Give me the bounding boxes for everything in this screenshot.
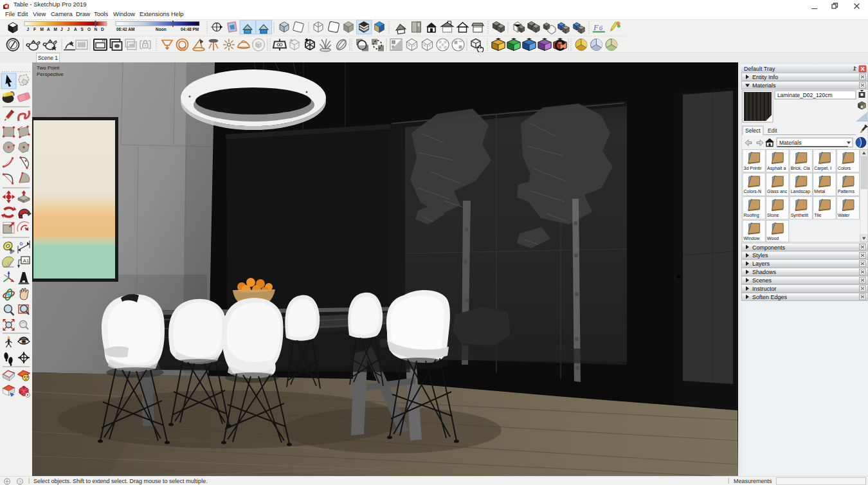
svg-text:Brick, Cla: Brick, Cla — [791, 166, 810, 170]
svg-text:Edit: Edit — [768, 127, 777, 134]
svg-text:04:48 PM: 04:48 PM — [181, 27, 199, 32]
svg-text:Tile: Tile — [814, 213, 821, 217]
svg-text:3d Printir: 3d Printir — [744, 166, 763, 170]
svg-text:Scenes: Scenes — [752, 277, 772, 284]
svg-text:Styles: Styles — [752, 252, 768, 259]
svg-text:Entity Info: Entity Info — [752, 74, 778, 80]
svg-text:Soften Edges: Soften Edges — [752, 294, 788, 300]
svg-text:Window: Window — [744, 236, 761, 241]
svg-text:Synthetit: Synthetit — [791, 213, 808, 218]
svg-text:06:42 AM: 06:42 AM — [116, 27, 134, 32]
svg-text:J: J — [60, 27, 63, 32]
svg-text:Water: Water — [838, 213, 850, 217]
svg-text:6: 6 — [599, 24, 602, 32]
svg-text:Laminate_D02_120cm: Laminate_D02_120cm — [777, 92, 833, 98]
svg-text:A: A — [47, 27, 50, 32]
svg-text:Stone: Stone — [767, 213, 779, 217]
svg-text:Landscap: Landscap — [791, 189, 810, 194]
svg-text:Layers: Layers — [752, 261, 770, 267]
svg-text:A1: A1 — [23, 258, 30, 264]
svg-text:Colors: Colors — [838, 166, 851, 170]
svg-text:F: F — [593, 23, 599, 32]
svg-text:Colors-N: Colors-N — [744, 189, 762, 194]
svg-text:Shadows: Shadows — [752, 269, 777, 275]
svg-text:Default Tray: Default Tray — [744, 66, 775, 72]
svg-text:F: F — [33, 27, 36, 32]
svg-text:Noon: Noon — [156, 27, 167, 32]
svg-text:Metal: Metal — [814, 189, 826, 194]
svg-text:J: J — [27, 27, 30, 32]
svg-text:A: A — [74, 27, 77, 32]
svg-text:M: M — [41, 27, 44, 32]
svg-text:S: S — [81, 27, 84, 32]
svg-text:N: N — [95, 27, 98, 32]
svg-text:Wood: Wood — [767, 236, 779, 241]
svg-text:Instructor: Instructor — [752, 286, 777, 292]
svg-text:Glass anc: Glass anc — [767, 189, 788, 194]
svg-text:Asphalt a: Asphalt a — [767, 166, 786, 171]
svg-text:Materials: Materials — [779, 140, 801, 146]
svg-text:Carpet, I: Carpet, I — [814, 166, 831, 171]
svg-text:Components: Components — [752, 244, 786, 251]
svg-text:Materials: Materials — [752, 82, 776, 89]
svg-text:Two Point: Two Point — [37, 65, 60, 71]
svg-text:O: O — [87, 27, 91, 32]
svg-text:Patterns: Patterns — [838, 189, 855, 194]
svg-text:Roofing: Roofing — [744, 213, 759, 218]
svg-text:M: M — [54, 27, 57, 32]
svg-text:Perspective: Perspective — [37, 71, 64, 77]
svg-text:?: ? — [19, 480, 21, 484]
svg-text:D: D — [101, 27, 104, 32]
svg-text:Select: Select — [745, 127, 761, 134]
svg-text:J: J — [68, 27, 70, 32]
